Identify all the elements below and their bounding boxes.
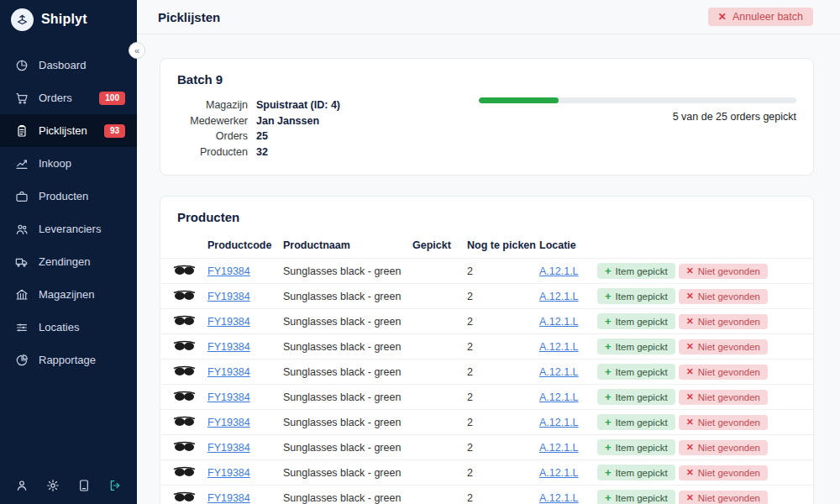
- product-code-link[interactable]: FY19384: [207, 442, 250, 454]
- not-found-button[interactable]: ✕Niet gevonden: [679, 289, 768, 304]
- remaining-count: 2: [467, 492, 539, 504]
- batch-field: Medewerker Jan Janssen: [177, 113, 340, 129]
- logout-icon[interactable]: [107, 477, 123, 494]
- location-link[interactable]: A.12.1.L: [539, 265, 579, 277]
- field-value: Spuistraat (ID: 4): [256, 97, 340, 113]
- x-icon: ✕: [686, 493, 694, 502]
- products-card: Producten Productcode Productnaam Gepick…: [160, 196, 814, 504]
- sidebar-nav: Dasboard Orders 100 Picklijsten 93 Inkoo…: [0, 49, 137, 376]
- location-link[interactable]: A.12.1.L: [539, 417, 579, 428]
- x-icon: ✕: [686, 266, 694, 276]
- content: Batch 9 Magazijn Spuistraat (ID: 4) Mede…: [137, 34, 840, 504]
- not-found-button[interactable]: ✕Niet gevonden: [679, 415, 768, 430]
- product-row: FY19384 Sunglasses black - green 2 A.12.…: [160, 434, 813, 459]
- sidebar-item-orders[interactable]: Orders 100: [0, 81, 137, 114]
- sidebar-item-magazijnen[interactable]: Magazijnen: [0, 278, 137, 311]
- x-icon: ✕: [686, 417, 694, 427]
- product-code-link[interactable]: FY19384: [207, 417, 250, 428]
- item-picked-button[interactable]: +Item gepickt: [597, 465, 675, 480]
- not-found-button[interactable]: ✕Niet gevonden: [679, 339, 768, 354]
- location-link[interactable]: A.12.1.L: [539, 492, 579, 504]
- sidebar-item-dasboard[interactable]: Dasboard: [0, 49, 137, 81]
- plus-icon: +: [605, 467, 612, 478]
- device-icon[interactable]: [76, 477, 92, 494]
- not-found-button[interactable]: ✕Niet gevonden: [679, 390, 768, 405]
- product-code-link[interactable]: FY19384: [207, 316, 250, 328]
- sidebar-collapse-button[interactable]: «: [129, 42, 145, 59]
- item-picked-button[interactable]: +Item gepickt: [597, 339, 675, 354]
- sidebar-item-producten[interactable]: Producten: [0, 180, 137, 213]
- user-icon[interactable]: [13, 477, 30, 494]
- item-picked-button[interactable]: +Item gepickt: [597, 439, 675, 455]
- sidebar-item-inkoop[interactable]: Inkoop: [0, 147, 137, 180]
- locations-list-icon: [15, 321, 29, 334]
- not-found-button[interactable]: ✕Niet gevonden: [679, 264, 768, 279]
- location-link[interactable]: A.12.1.L: [539, 341, 579, 353]
- product-name: Sunglasses black - green: [283, 492, 412, 504]
- remaining-count: 2: [467, 442, 539, 454]
- remaining-count: 2: [467, 265, 539, 277]
- location-link[interactable]: A.12.1.L: [539, 391, 579, 403]
- product-code-link[interactable]: FY19384: [207, 391, 250, 403]
- item-picked-button[interactable]: +Item gepickt: [597, 364, 675, 380]
- field-value: 32: [256, 144, 268, 160]
- remaining-count: 2: [467, 366, 539, 378]
- remaining-count: 2: [467, 391, 539, 403]
- x-icon: ✕: [686, 291, 694, 301]
- sidebar-item-zendingen[interactable]: Zendingen: [0, 245, 137, 278]
- progress-label: 5 van de 25 orders gepickt: [479, 111, 796, 123]
- item-picked-button[interactable]: +Item gepickt: [597, 313, 675, 329]
- orders-cart-icon: [15, 92, 29, 105]
- col-productcode: Productcode: [207, 239, 283, 258]
- item-picked-button[interactable]: +Item gepickt: [597, 414, 675, 430]
- product-code-link[interactable]: FY19384: [207, 291, 250, 302]
- sidebar: Shiplyt Dasboard Orders 100 Picklijsten …: [0, 0, 137, 504]
- location-link[interactable]: A.12.1.L: [539, 366, 579, 378]
- item-picked-button[interactable]: +Item gepickt: [597, 288, 675, 304]
- remaining-count: 2: [467, 316, 539, 328]
- product-name: Sunglasses black - green: [283, 291, 412, 302]
- product-name: Sunglasses black - green: [283, 341, 412, 353]
- x-icon: ✕: [686, 468, 694, 477]
- product-code-link[interactable]: FY19384: [207, 265, 250, 277]
- not-found-button[interactable]: ✕Niet gevonden: [679, 440, 768, 455]
- location-link[interactable]: A.12.1.L: [539, 316, 579, 328]
- field-value: Jan Janssen: [256, 113, 319, 129]
- cancel-batch-button[interactable]: ✕ Annuleer batch: [708, 8, 813, 26]
- not-found-button[interactable]: ✕Niet gevonden: [679, 491, 768, 504]
- sidebar-item-leveranciers[interactable]: Leveranciers: [0, 213, 137, 245]
- not-found-button[interactable]: ✕Niet gevonden: [679, 465, 768, 480]
- remaining-count: 2: [467, 341, 539, 353]
- x-icon: ✕: [686, 317, 694, 326]
- col-productnaam: Productnaam: [283, 239, 412, 258]
- sidebar-item-locaties[interactable]: Locaties: [0, 311, 137, 344]
- product-thumbnail-sunglasses: [173, 391, 207, 404]
- settings-gear-icon[interactable]: [45, 477, 61, 494]
- item-picked-button[interactable]: +Item gepickt: [597, 389, 675, 405]
- item-picked-button[interactable]: +Item gepickt: [597, 263, 675, 279]
- product-code-link[interactable]: FY19384: [207, 366, 250, 378]
- col-nog-te-picken: Nog te picken: [467, 239, 539, 258]
- item-picked-button[interactable]: +Item gepickt: [597, 490, 675, 504]
- sidebar-item-rapportage[interactable]: Rapportage: [0, 344, 137, 376]
- location-link[interactable]: A.12.1.L: [539, 442, 579, 454]
- plus-icon: +: [605, 291, 612, 302]
- top-header: Picklijsten ✕ Annuleer batch: [137, 0, 840, 34]
- plus-icon: +: [605, 341, 612, 352]
- product-code-link[interactable]: FY19384: [207, 467, 250, 479]
- sidebar-item-picklijsten[interactable]: Picklijsten 93: [0, 114, 137, 147]
- product-thumbnail-sunglasses: [173, 290, 207, 303]
- field-label: Medewerker: [177, 113, 248, 129]
- product-name: Sunglasses black - green: [283, 316, 412, 328]
- sidebar-footer: [0, 467, 137, 504]
- not-found-button[interactable]: ✕Niet gevonden: [679, 314, 768, 329]
- product-code-link[interactable]: FY19384: [207, 492, 250, 504]
- page-title: Picklijsten: [158, 10, 220, 24]
- product-row: FY19384 Sunglasses black - green 2 A.12.…: [160, 283, 813, 308]
- batch-field: Magazijn Spuistraat (ID: 4): [177, 97, 340, 113]
- location-link[interactable]: A.12.1.L: [539, 291, 579, 302]
- batch-progress: 5 van de 25 orders gepickt: [479, 97, 796, 160]
- not-found-button[interactable]: ✕Niet gevonden: [679, 365, 768, 380]
- location-link[interactable]: A.12.1.L: [539, 467, 579, 479]
- product-code-link[interactable]: FY19384: [207, 341, 250, 353]
